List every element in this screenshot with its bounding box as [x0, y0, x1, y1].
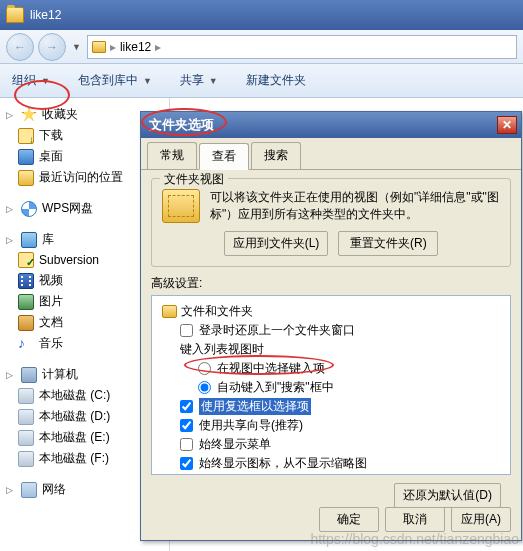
reset-folders-button[interactable]: 重置文件夹(R) [338, 231, 438, 256]
tree-label: 网络 [42, 481, 66, 498]
adv-item-label: 始终显示菜单 [199, 436, 271, 453]
network-icon [21, 482, 37, 498]
new-folder-label: 新建文件夹 [246, 72, 306, 89]
chevron-down-icon: ▼ [39, 76, 52, 86]
video-icon [18, 273, 34, 289]
dialog-title: 文件夹选项 [149, 116, 497, 134]
adv-item[interactable]: 使用复选框以选择项 [156, 397, 506, 416]
tree-label: 桌面 [39, 148, 63, 165]
caret-icon: ▷ [6, 204, 16, 214]
window-title: like12 [30, 8, 61, 22]
organize-label: 组织 [12, 72, 36, 89]
desktop-icon [18, 149, 34, 165]
folder-icon [6, 7, 24, 23]
tree-label: 库 [42, 231, 54, 248]
recent-icon [18, 170, 34, 186]
tree-label: 收藏夹 [42, 106, 78, 123]
radio[interactable] [198, 362, 211, 375]
forward-button[interactable]: → [38, 33, 66, 61]
tree-label: WPS网盘 [42, 200, 93, 217]
advanced-settings-tree[interactable]: 文件和文件夹 登录时还原上一个文件夹窗口键入列表视图时在视图中选择键入项自动键入… [151, 295, 511, 475]
adv-item-label: 键入列表视图时 [180, 341, 264, 358]
checkbox[interactable] [180, 438, 193, 451]
pictures-icon [18, 294, 34, 310]
chevron-down-icon: ▼ [207, 76, 220, 86]
tree-label: 本地磁盘 (E:) [39, 429, 110, 446]
folder-large-icon [162, 189, 200, 223]
folder-view-group: 文件夹视图 可以将该文件夹正在使用的视图（例如"详细信息"或"图标"）应用到所有… [151, 178, 511, 267]
tree-label: 本地磁盘 (D:) [39, 408, 110, 425]
window-titlebar: like12 [0, 0, 523, 30]
breadcrumb-sep-icon: ▸ [110, 40, 116, 54]
wps-icon [21, 201, 37, 217]
caret-icon: ▷ [6, 370, 16, 380]
caret-icon: ▷ [6, 110, 16, 120]
folder-options-dialog: 文件夹选项 ✕ 常规 查看 搜索 文件夹视图 可以将该文件夹正在使用的视图（例如… [140, 111, 522, 541]
tree-label: 视频 [39, 272, 63, 289]
apply-button[interactable]: 应用(A) [451, 507, 511, 532]
tree-label: 计算机 [42, 366, 78, 383]
address-path: like12 [120, 40, 151, 54]
tree-label: Subversion [39, 253, 99, 267]
tree-label: 图片 [39, 293, 63, 310]
drive-icon [18, 388, 34, 404]
adv-item[interactable]: 在视图中选择键入项 [156, 359, 506, 378]
radio[interactable] [198, 381, 211, 394]
organize-menu[interactable]: 组织▼ [6, 68, 58, 93]
checkbox[interactable] [180, 457, 193, 470]
back-arrow-icon: ← [14, 40, 26, 54]
adv-item[interactable]: 自动键入到"搜索"框中 [156, 378, 506, 397]
include-label: 包含到库中 [78, 72, 138, 89]
tree-label: 音乐 [39, 335, 63, 352]
star-icon [21, 107, 37, 123]
nav-history-dropdown[interactable]: ▼ [70, 42, 83, 52]
download-icon [18, 128, 34, 144]
ok-button[interactable]: 确定 [319, 507, 379, 532]
share-menu[interactable]: 共享▼ [174, 68, 226, 93]
documents-icon [18, 315, 34, 331]
share-label: 共享 [180, 72, 204, 89]
tree-label: 本地磁盘 (F:) [39, 450, 109, 467]
tree-label: 下载 [39, 127, 63, 144]
adv-item[interactable]: 键入列表视图时 [156, 340, 506, 359]
new-folder-button[interactable]: 新建文件夹 [240, 68, 312, 93]
tab-general[interactable]: 常规 [147, 142, 197, 169]
apply-to-folders-button[interactable]: 应用到文件夹(L) [224, 231, 329, 256]
include-menu[interactable]: 包含到库中▼ [72, 68, 160, 93]
checkbox[interactable] [180, 419, 193, 432]
dialog-body: 文件夹视图 可以将该文件夹正在使用的视图（例如"详细信息"或"图标"）应用到所有… [141, 170, 521, 516]
adv-item-label: 自动键入到"搜索"框中 [217, 379, 334, 396]
computer-icon [21, 367, 37, 383]
group-legend: 文件夹视图 [160, 171, 228, 188]
restore-defaults-button[interactable]: 还原为默认值(D) [394, 483, 501, 508]
adv-item-label: 使用共享向导(推荐) [199, 417, 303, 434]
tab-view[interactable]: 查看 [199, 143, 249, 170]
library-icon [21, 232, 37, 248]
nav-bar: ← → ▼ ▸ like12 ▸ [0, 30, 523, 64]
folder-view-desc: 可以将该文件夹正在使用的视图（例如"详细信息"或"图标"）应用到所有这种类型的文… [210, 189, 500, 223]
checkbox[interactable] [180, 400, 193, 413]
adv-item[interactable]: 始终显示图标，从不显示缩略图 [156, 454, 506, 473]
forward-arrow-icon: → [46, 40, 58, 54]
adv-item-label: 在视图中选择键入项 [217, 360, 325, 377]
back-button[interactable]: ← [6, 33, 34, 61]
adv-item[interactable]: 使用共享向导(推荐) [156, 416, 506, 435]
close-button[interactable]: ✕ [497, 116, 517, 134]
adv-item[interactable]: 登录时还原上一个文件夹窗口 [156, 321, 506, 340]
folder-icon [92, 41, 106, 53]
adv-root[interactable]: 文件和文件夹 [156, 302, 506, 321]
drive-icon [18, 409, 34, 425]
checkbox[interactable] [180, 324, 193, 337]
caret-icon: ▷ [6, 485, 16, 495]
close-icon: ✕ [502, 118, 512, 132]
tree-label: 文档 [39, 314, 63, 331]
explorer-toolbar: 组织▼ 包含到库中▼ 共享▼ 新建文件夹 [0, 64, 523, 98]
folder-icon [162, 305, 177, 318]
tab-search[interactable]: 搜索 [251, 142, 301, 169]
caret-icon: ▷ [6, 235, 16, 245]
adv-item[interactable]: 始终显示菜单 [156, 435, 506, 454]
chevron-down-icon: ▼ [141, 76, 154, 86]
cancel-button[interactable]: 取消 [385, 507, 445, 532]
address-bar[interactable]: ▸ like12 ▸ [87, 35, 517, 59]
adv-label: 文件和文件夹 [181, 303, 253, 320]
